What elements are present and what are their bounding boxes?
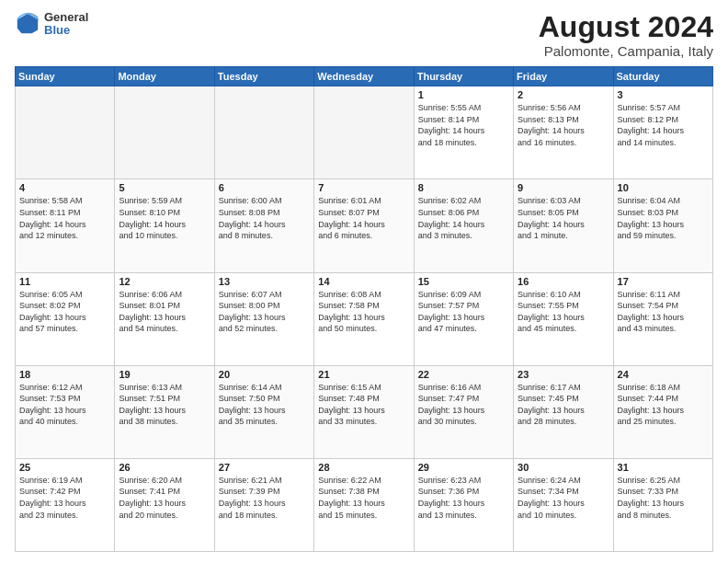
calendar-header-row: Sunday Monday Tuesday Wednesday Thursday… <box>16 67 713 86</box>
day-number: 6 <box>219 182 310 193</box>
logo-icon <box>15 11 40 37</box>
day-number: 9 <box>518 182 609 193</box>
calendar-cell-w5-d4: 29Sunrise: 6:23 AM Sunset: 7:36 PM Dayli… <box>414 458 513 551</box>
day-number: 30 <box>518 462 609 473</box>
calendar-cell-w4-d4: 22Sunrise: 6:16 AM Sunset: 7:47 PM Dayli… <box>414 365 513 458</box>
col-sunday: Sunday <box>16 67 115 86</box>
title-month: August 2024 <box>539 11 713 43</box>
day-info: Sunrise: 6:06 AM Sunset: 8:01 PM Dayligh… <box>119 289 210 335</box>
day-number: 21 <box>318 369 409 380</box>
day-number: 1 <box>418 89 509 100</box>
day-info: Sunrise: 6:00 AM Sunset: 8:08 PM Dayligh… <box>219 195 310 241</box>
day-info: Sunrise: 6:07 AM Sunset: 8:00 PM Dayligh… <box>219 289 310 335</box>
day-number: 27 <box>219 462 310 473</box>
calendar-cell-w1-d3 <box>314 86 414 179</box>
day-number: 24 <box>618 369 709 380</box>
day-number: 11 <box>19 276 110 287</box>
day-number: 16 <box>518 276 609 287</box>
day-number: 31 <box>618 462 709 473</box>
week-row-5: 25Sunrise: 6:19 AM Sunset: 7:42 PM Dayli… <box>16 458 713 551</box>
calendar-cell-w3-d4: 15Sunrise: 6:09 AM Sunset: 7:57 PM Dayli… <box>414 272 513 365</box>
day-info: Sunrise: 6:03 AM Sunset: 8:05 PM Dayligh… <box>518 195 609 241</box>
calendar-cell-w4-d3: 21Sunrise: 6:15 AM Sunset: 7:48 PM Dayli… <box>314 365 414 458</box>
day-info: Sunrise: 6:11 AM Sunset: 7:54 PM Dayligh… <box>618 289 709 335</box>
logo: General Blue <box>15 11 88 38</box>
day-info: Sunrise: 6:08 AM Sunset: 7:58 PM Dayligh… <box>318 289 409 335</box>
day-info: Sunrise: 5:58 AM Sunset: 8:11 PM Dayligh… <box>19 195 110 241</box>
day-info: Sunrise: 6:13 AM Sunset: 7:51 PM Dayligh… <box>119 382 210 428</box>
calendar-cell-w1-d6: 3Sunrise: 5:57 AM Sunset: 8:12 PM Daylig… <box>613 86 712 179</box>
day-number: 13 <box>219 276 310 287</box>
calendar-cell-w1-d1 <box>115 86 214 179</box>
day-number: 3 <box>618 89 709 100</box>
day-info: Sunrise: 5:57 AM Sunset: 8:12 PM Dayligh… <box>618 102 709 148</box>
day-number: 28 <box>318 462 409 473</box>
day-info: Sunrise: 6:20 AM Sunset: 7:41 PM Dayligh… <box>119 475 210 521</box>
day-info: Sunrise: 6:05 AM Sunset: 8:02 PM Dayligh… <box>19 289 110 335</box>
calendar-cell-w4-d2: 20Sunrise: 6:14 AM Sunset: 7:50 PM Dayli… <box>214 365 313 458</box>
day-number: 7 <box>318 182 409 193</box>
calendar-cell-w5-d2: 27Sunrise: 6:21 AM Sunset: 7:39 PM Dayli… <box>214 458 313 551</box>
day-number: 18 <box>19 369 110 380</box>
calendar-cell-w1-d0 <box>16 86 115 179</box>
calendar-cell-w4-d6: 24Sunrise: 6:18 AM Sunset: 7:44 PM Dayli… <box>613 365 712 458</box>
day-number: 25 <box>19 462 110 473</box>
col-monday: Monday <box>115 67 214 86</box>
calendar-cell-w2-d2: 6Sunrise: 6:00 AM Sunset: 8:08 PM Daylig… <box>214 179 313 272</box>
calendar-cell-w3-d0: 11Sunrise: 6:05 AM Sunset: 8:02 PM Dayli… <box>16 272 115 365</box>
calendar-cell-w3-d2: 13Sunrise: 6:07 AM Sunset: 8:00 PM Dayli… <box>214 272 313 365</box>
day-info: Sunrise: 5:55 AM Sunset: 8:14 PM Dayligh… <box>418 102 509 148</box>
day-info: Sunrise: 6:04 AM Sunset: 8:03 PM Dayligh… <box>618 195 709 241</box>
calendar-cell-w2-d5: 9Sunrise: 6:03 AM Sunset: 8:05 PM Daylig… <box>514 179 613 272</box>
title-location: Palomonte, Campania, Italy <box>539 43 713 59</box>
day-number: 15 <box>418 276 509 287</box>
calendar-cell-w2-d1: 5Sunrise: 5:59 AM Sunset: 8:10 PM Daylig… <box>115 179 214 272</box>
day-info: Sunrise: 6:25 AM Sunset: 7:33 PM Dayligh… <box>618 475 709 521</box>
page: General Blue August 2024 Palomonte, Camp… <box>0 0 728 563</box>
day-info: Sunrise: 6:23 AM Sunset: 7:36 PM Dayligh… <box>418 475 509 521</box>
col-tuesday: Tuesday <box>214 67 313 86</box>
calendar-cell-w5-d6: 31Sunrise: 6:25 AM Sunset: 7:33 PM Dayli… <box>613 458 712 551</box>
day-number: 8 <box>418 182 509 193</box>
day-number: 23 <box>518 369 609 380</box>
logo-blue-text: Blue <box>44 24 88 37</box>
day-info: Sunrise: 6:19 AM Sunset: 7:42 PM Dayligh… <box>19 475 110 521</box>
week-row-4: 18Sunrise: 6:12 AM Sunset: 7:53 PM Dayli… <box>16 365 713 458</box>
day-number: 20 <box>219 369 310 380</box>
col-thursday: Thursday <box>414 67 513 86</box>
week-row-1: 1Sunrise: 5:55 AM Sunset: 8:14 PM Daylig… <box>16 86 713 179</box>
calendar-cell-w1-d4: 1Sunrise: 5:55 AM Sunset: 8:14 PM Daylig… <box>414 86 513 179</box>
day-number: 26 <box>119 462 210 473</box>
week-row-3: 11Sunrise: 6:05 AM Sunset: 8:02 PM Dayli… <box>16 272 713 365</box>
day-info: Sunrise: 6:02 AM Sunset: 8:06 PM Dayligh… <box>418 195 509 241</box>
col-saturday: Saturday <box>613 67 712 86</box>
day-info: Sunrise: 6:21 AM Sunset: 7:39 PM Dayligh… <box>219 475 310 521</box>
day-number: 4 <box>19 182 110 193</box>
col-wednesday: Wednesday <box>314 67 414 86</box>
logo-text: General Blue <box>44 11 88 38</box>
calendar-cell-w2-d0: 4Sunrise: 5:58 AM Sunset: 8:11 PM Daylig… <box>16 179 115 272</box>
day-info: Sunrise: 6:09 AM Sunset: 7:57 PM Dayligh… <box>418 289 509 335</box>
day-info: Sunrise: 6:16 AM Sunset: 7:47 PM Dayligh… <box>418 382 509 428</box>
week-row-2: 4Sunrise: 5:58 AM Sunset: 8:11 PM Daylig… <box>16 179 713 272</box>
day-number: 17 <box>618 276 709 287</box>
day-number: 22 <box>418 369 509 380</box>
day-info: Sunrise: 6:18 AM Sunset: 7:44 PM Dayligh… <box>618 382 709 428</box>
calendar-cell-w3-d5: 16Sunrise: 6:10 AM Sunset: 7:55 PM Dayli… <box>514 272 613 365</box>
day-number: 5 <box>119 182 210 193</box>
calendar-cell-w2-d3: 7Sunrise: 6:01 AM Sunset: 8:07 PM Daylig… <box>314 179 414 272</box>
calendar-cell-w2-d4: 8Sunrise: 6:02 AM Sunset: 8:06 PM Daylig… <box>414 179 513 272</box>
day-info: Sunrise: 6:22 AM Sunset: 7:38 PM Dayligh… <box>318 475 409 521</box>
calendar-cell-w1-d2 <box>214 86 313 179</box>
calendar-table: Sunday Monday Tuesday Wednesday Thursday… <box>15 66 713 552</box>
calendar-cell-w5-d0: 25Sunrise: 6:19 AM Sunset: 7:42 PM Dayli… <box>16 458 115 551</box>
logo-general-text: General <box>44 11 88 24</box>
day-number: 14 <box>318 276 409 287</box>
day-number: 2 <box>518 89 609 100</box>
day-number: 29 <box>418 462 509 473</box>
day-number: 10 <box>618 182 709 193</box>
day-info: Sunrise: 6:24 AM Sunset: 7:34 PM Dayligh… <box>518 475 609 521</box>
day-info: Sunrise: 6:12 AM Sunset: 7:53 PM Dayligh… <box>19 382 110 428</box>
calendar-cell-w1-d5: 2Sunrise: 5:56 AM Sunset: 8:13 PM Daylig… <box>514 86 613 179</box>
calendar-cell-w3-d6: 17Sunrise: 6:11 AM Sunset: 7:54 PM Dayli… <box>613 272 712 365</box>
